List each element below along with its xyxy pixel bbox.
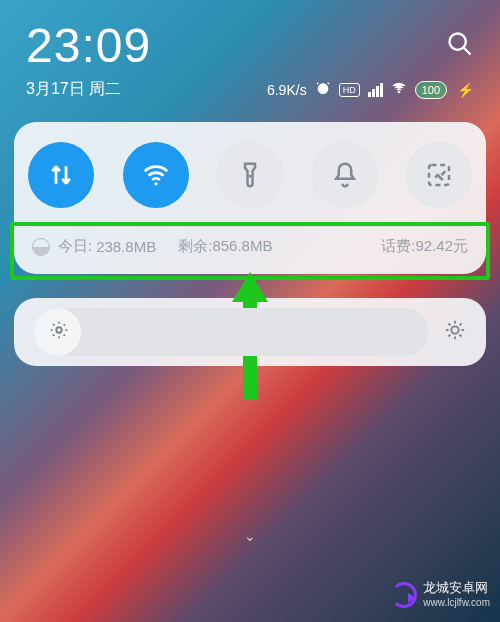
status-bar: 23:09 3月17日 周二 6.9K/s HD 100 ⚡ — [0, 0, 500, 100]
net-speed: 6.9K/s — [267, 82, 307, 98]
hd-badge: HD — [339, 83, 360, 97]
remaining-value: 856.8MB — [212, 237, 272, 254]
watermark: 龙城安卓网 www.lcjlfw.com — [391, 580, 490, 610]
auto-brightness-icon[interactable] — [444, 319, 466, 345]
screenshot-toggle[interactable] — [406, 142, 472, 208]
svg-point-0 — [450, 33, 466, 49]
wifi-status-icon — [391, 80, 407, 99]
watermark-logo-icon — [391, 582, 417, 608]
watermark-title: 龙城安卓网 — [423, 580, 490, 595]
brightness-slider[interactable] — [34, 308, 428, 356]
svg-point-19 — [451, 326, 458, 333]
svg-line-26 — [448, 335, 450, 337]
balance-value: 92.42元 — [415, 237, 468, 254]
mobile-data-toggle[interactable] — [28, 142, 94, 208]
date-label: 3月17日 周二 — [26, 79, 121, 100]
today-usage-label: 今日: — [58, 237, 92, 256]
svg-line-25 — [460, 335, 462, 337]
clock: 23:09 — [26, 18, 151, 73]
signal-icon — [368, 83, 383, 97]
balance-label: 话费: — [381, 237, 415, 254]
silent-toggle[interactable] — [312, 142, 378, 208]
svg-point-2 — [318, 84, 327, 93]
watermark-subtitle: www.lcjlfw.com — [423, 595, 490, 610]
remaining-label: 剩余: — [178, 237, 212, 254]
data-usage-row[interactable]: 今日:238.8MB 剩余:856.8MB 话费:92.42元 — [28, 227, 472, 260]
svg-point-7 — [154, 182, 157, 185]
quick-settings-panel: 今日:238.8MB 剩余:856.8MB 话费:92.42元 — [14, 122, 486, 274]
svg-line-4 — [317, 83, 318, 84]
today-usage-value: 238.8MB — [96, 238, 156, 255]
battery-indicator: 100 — [415, 81, 447, 99]
svg-line-1 — [464, 47, 471, 54]
brightness-low-icon — [48, 319, 70, 345]
svg-line-5 — [327, 83, 328, 84]
svg-line-27 — [460, 323, 462, 325]
svg-point-6 — [398, 91, 399, 92]
wifi-toggle[interactable] — [123, 142, 189, 208]
svg-line-17 — [53, 335, 54, 336]
brightness-panel — [14, 298, 486, 366]
status-indicators: 6.9K/s HD 100 ⚡ — [267, 80, 474, 99]
alarm-icon — [315, 80, 331, 99]
svg-line-15 — [53, 324, 54, 325]
flashlight-toggle[interactable] — [217, 142, 283, 208]
charging-icon: ⚡ — [457, 82, 474, 98]
search-icon[interactable] — [446, 30, 474, 62]
usage-icon — [32, 238, 50, 256]
svg-line-18 — [64, 324, 65, 325]
drag-handle-icon[interactable]: ⌄ — [244, 528, 256, 544]
svg-line-24 — [448, 323, 450, 325]
svg-point-10 — [56, 327, 62, 333]
svg-line-16 — [64, 335, 65, 336]
